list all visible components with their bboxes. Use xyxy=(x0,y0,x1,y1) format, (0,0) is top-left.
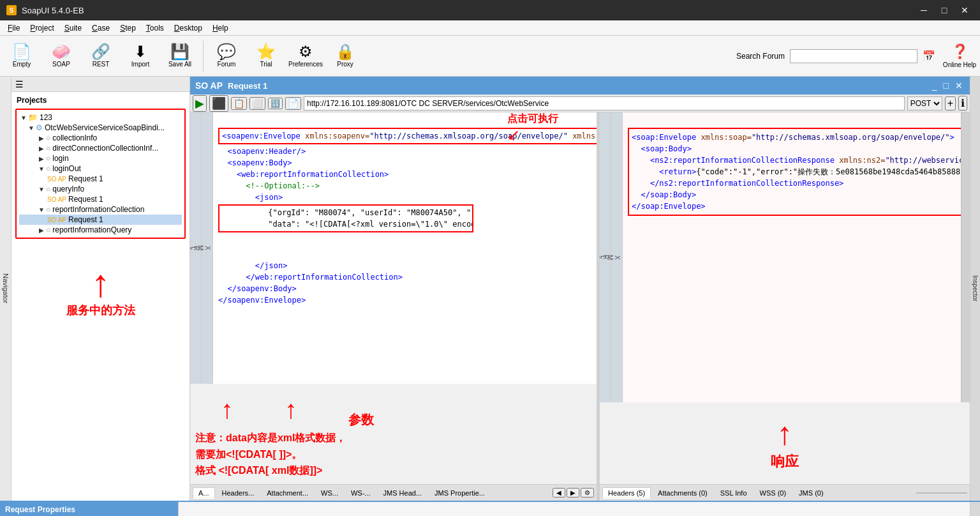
minimize-button[interactable]: ─ xyxy=(915,4,933,17)
url-input[interactable] xyxy=(304,96,905,110)
request-panel-title: Request 1 xyxy=(228,81,267,91)
resp-tab-jms[interactable]: JMS (0) xyxy=(793,487,829,499)
response-xml-content[interactable]: <soap:Envelope xmlns:soap="http://schema… xyxy=(623,112,961,402)
tree-item-otc[interactable]: ▼ ⚙ OtcWebServiceServiceSoapBindi... xyxy=(19,123,182,133)
request-xml-content[interactable]: <soapenv:Envelope xmlns:soapenv="http://… xyxy=(213,112,597,384)
request-xml-label[interactable]: XML xyxy=(202,112,213,384)
calendar-icon[interactable]: 📅 xyxy=(923,50,935,62)
resp-tab-headers[interactable]: Headers (5) xyxy=(602,487,651,499)
inspector-sidebar[interactable]: Inspector xyxy=(970,77,980,501)
tree-toggle-loginout[interactable]: ▼ xyxy=(37,165,46,172)
menu-step[interactable]: Step xyxy=(115,22,141,34)
menu-tools[interactable]: Tools xyxy=(141,22,169,34)
import-button[interactable]: ⬇ Import xyxy=(121,38,160,74)
tree-toggle-login[interactable]: ▶ xyxy=(37,155,46,162)
panel-minimize-btn[interactable]: _ xyxy=(930,80,939,91)
tree-item-queryinfo[interactable]: ▼ ○ queryInfo xyxy=(19,184,182,194)
tree-item-loginout[interactable]: ▼ ○ loginOut xyxy=(19,163,182,174)
proxy-button[interactable]: 🔒 Proxy xyxy=(326,38,364,74)
tree-menu-icon[interactable]: ☰ xyxy=(14,79,25,89)
menu-file[interactable]: File xyxy=(3,22,25,34)
rest-icon: 🔗 xyxy=(91,44,110,59)
navigator-sidebar[interactable]: Navigator xyxy=(0,77,11,501)
tree-toggle-qi[interactable]: ▼ xyxy=(37,186,46,193)
tree-item-loginout-req[interactable]: SO AP Request 1 xyxy=(19,174,182,184)
tree-toggle-ci[interactable]: ▶ xyxy=(37,135,46,142)
stop-button[interactable]: ⬛ xyxy=(209,95,228,112)
tab-jms-prop[interactable]: JMS Propertie... xyxy=(429,487,491,499)
tree-item-report[interactable]: ▼ ○ reportInformationCollection xyxy=(19,204,182,215)
tab-a[interactable]: A... xyxy=(193,487,215,499)
request-bottom-tabs: A... Headers... Attachment... WS... WS-.… xyxy=(190,484,597,501)
panel-close-btn[interactable]: ✕ xyxy=(953,80,965,91)
menu-suite[interactable]: Suite xyxy=(59,22,87,34)
url-btn-4[interactable]: ⬜ xyxy=(249,97,265,110)
url-btn-3[interactable]: 📋 xyxy=(231,97,247,110)
request-icon-2: SO AP xyxy=(47,196,66,203)
url-add-btn[interactable]: + xyxy=(945,96,956,110)
panel-maximize-btn[interactable]: □ xyxy=(942,80,951,91)
search-forum-label: Search Forum xyxy=(736,52,785,61)
rest-button[interactable]: 🔗 REST xyxy=(82,38,120,74)
run-button[interactable]: ▶ xyxy=(193,95,207,112)
resp-tab-attachments[interactable]: Attachments (0) xyxy=(652,487,713,499)
tree-item-login[interactable]: ▶ ○ login xyxy=(19,153,182,163)
response-xml-label[interactable]: XML xyxy=(611,112,623,402)
center-bottom xyxy=(179,502,600,516)
tree-label-ci: collectionInfo xyxy=(52,133,97,142)
url-btn-5[interactable]: 🔢 xyxy=(268,98,283,109)
method-icon-5: ○ xyxy=(46,185,50,194)
close-button[interactable]: ✕ xyxy=(956,4,974,17)
menu-desktop[interactable]: Desktop xyxy=(169,22,207,34)
folder-icon: 📁 xyxy=(28,113,38,122)
url-btn-6[interactable]: 📄 xyxy=(285,97,301,110)
maximize-button[interactable]: □ xyxy=(935,4,953,17)
soap-label: SOAP xyxy=(52,61,70,68)
method-icon-2: ○ xyxy=(46,144,50,153)
url-method-select[interactable]: POST xyxy=(907,96,942,110)
tree-item-collection-info[interactable]: ▶ ○ collectionInfo xyxy=(19,133,182,143)
tree-toggle-query[interactable]: ▶ xyxy=(37,227,46,234)
tree-item-query[interactable]: ▶ ○ reportInformationQuery xyxy=(19,225,182,235)
tab-scroll-left[interactable]: ◀ xyxy=(553,488,565,497)
trial-button[interactable]: ⭐ Trial xyxy=(247,38,285,74)
title-bar: S SoapUI 5.4.0-EB ─ □ ✕ xyxy=(0,0,980,20)
tree-label-report: reportInformationCollection xyxy=(52,205,144,214)
tree-toggle-direct[interactable]: ▶ xyxy=(37,145,46,152)
menu-case[interactable]: Case xyxy=(87,22,115,34)
tab-options-btn[interactable]: ⚙ xyxy=(581,488,594,497)
menu-help[interactable]: Help xyxy=(207,22,234,34)
online-help-button[interactable]: ❓ Online Help xyxy=(942,38,977,74)
tab-ws2[interactable]: WS-... xyxy=(345,487,376,499)
tab-headers[interactable]: Headers... xyxy=(216,487,260,499)
tab-ws[interactable]: WS... xyxy=(315,487,344,499)
preferences-button[interactable]: ⚙ Preferences xyxy=(286,38,325,74)
tree-toggle-otc[interactable]: ▼ xyxy=(27,125,36,132)
save-all-button[interactable]: 💾 Save All xyxy=(161,38,199,74)
response-panel: Raw XML <soap:Envelope xmlns:soap="http:… xyxy=(600,112,970,501)
tab-jms-head[interactable]: JMS Head... xyxy=(378,487,428,499)
tree-item-direct[interactable]: ▶ ○ directConnectionCollectionInf... xyxy=(19,143,182,153)
empty-button[interactable]: 📄 Empty xyxy=(3,38,41,74)
tree-toggle-report[interactable]: ▼ xyxy=(37,206,46,213)
arrow-up-icon: ↑ xyxy=(14,264,187,303)
tree-item-report-req[interactable]: SO AP Request 1 xyxy=(19,215,182,225)
forum-icon: 💬 xyxy=(217,44,236,59)
url-info-btn[interactable]: ℹ xyxy=(958,96,967,110)
soap-button[interactable]: 🧼 SOAP xyxy=(42,38,80,74)
request-xml-panel: 点击可执行 ↙ Raw XML <soapenv:Envelope xmlns:… xyxy=(190,112,597,501)
resp-tab-wss[interactable]: WSS (0) xyxy=(754,487,792,499)
search-forum-input[interactable] xyxy=(790,49,917,63)
tree-item-123[interactable]: ▼ 📁 123 xyxy=(19,112,182,123)
resp-hscroll[interactable] xyxy=(916,492,967,494)
tab-attachment[interactable]: Attachment... xyxy=(261,487,314,499)
note-line3: 格式 <![CDATA[ xml数据]]> xyxy=(195,462,591,479)
response-annotation-area: ↑ 响应 xyxy=(600,402,970,484)
resp-tab-ssl[interactable]: SSL Info xyxy=(715,487,753,499)
response-vscroll[interactable] xyxy=(961,112,970,402)
tab-scroll-right[interactable]: ▶ xyxy=(567,488,579,497)
tree-toggle-123[interactable]: ▼ xyxy=(19,114,28,121)
menu-project[interactable]: Project xyxy=(25,22,59,34)
tree-item-qi-req[interactable]: SO AP Request 1 xyxy=(19,194,182,204)
forum-button[interactable]: 💬 Forum xyxy=(207,38,246,74)
